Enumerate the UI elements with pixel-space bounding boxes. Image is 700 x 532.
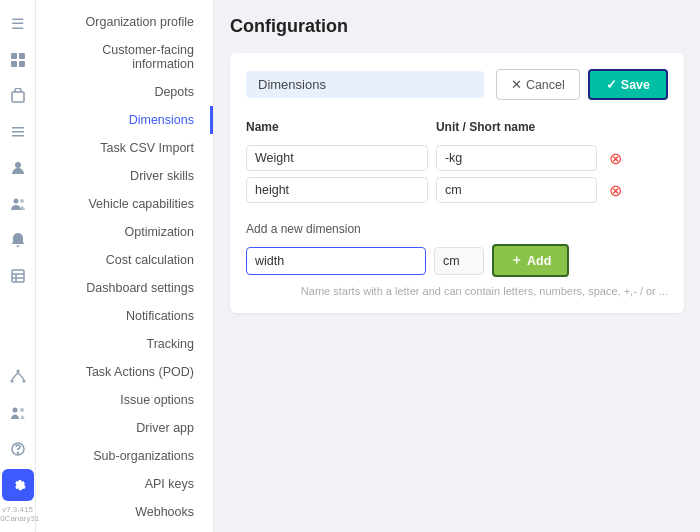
save-button[interactable]: ✓ Save — [588, 69, 668, 100]
remove-weight-button[interactable]: ⊗ — [605, 149, 626, 168]
svg-point-9 — [13, 199, 18, 204]
card-title-bar: Dimensions — [246, 71, 484, 98]
height-unit-input[interactable] — [436, 177, 597, 203]
nav-item-task-csv[interactable]: Task CSV Import — [36, 134, 213, 162]
svg-point-10 — [20, 199, 24, 203]
nav-item-dimensions[interactable]: Dimensions — [36, 106, 213, 134]
bottom-icons: v7.3.415 30Canary31 — [0, 361, 39, 524]
cancel-icon: ✕ — [511, 77, 522, 92]
table-row: ⊗ — [246, 142, 668, 174]
nav-item-api-keys[interactable]: API keys — [36, 470, 213, 498]
svg-point-15 — [16, 369, 19, 372]
persons-icon[interactable] — [2, 397, 34, 429]
nav-item-task-actions[interactable]: Task Actions (POD) — [36, 358, 213, 386]
card-header: Dimensions ✕ Cancel ✓ Save — [246, 69, 668, 100]
version-label: v7.3.415 30Canary31 — [0, 505, 39, 524]
icon-sidebar: ☰ v7.3.415 30Canary31 — [0, 0, 36, 532]
svg-rect-11 — [12, 270, 24, 282]
plus-icon: ＋ — [510, 252, 523, 269]
weight-unit-input[interactable] — [436, 145, 597, 171]
person-icon[interactable] — [2, 152, 34, 184]
svg-point-21 — [20, 408, 24, 412]
svg-point-8 — [15, 162, 21, 168]
svg-rect-6 — [12, 131, 24, 133]
cancel-button[interactable]: ✕ Cancel — [496, 69, 580, 100]
svg-rect-4 — [12, 92, 24, 102]
hamburger-icon[interactable]: ☰ — [2, 8, 34, 40]
nav-item-optimization[interactable]: Optimization — [36, 218, 213, 246]
main-content: Configuration Dimensions ✕ Cancel ✓ Save… — [214, 0, 700, 532]
table-row: ⊗ — [246, 174, 668, 206]
nav-item-driver-app[interactable]: Driver app — [36, 414, 213, 442]
nav-item-org-profile[interactable]: Organization profile — [36, 8, 213, 36]
svg-rect-1 — [19, 53, 25, 59]
page-title: Configuration — [230, 16, 684, 37]
nav-item-sub-orgs[interactable]: Sub-organizations — [36, 442, 213, 470]
people-icon[interactable] — [2, 188, 34, 220]
grid-icon[interactable] — [2, 44, 34, 76]
nav-item-vehicle-cap[interactable]: Vehicle capabilities — [36, 190, 213, 218]
help-icon[interactable] — [2, 433, 34, 465]
svg-point-16 — [10, 379, 13, 382]
nav-item-issue-options[interactable]: Issue options — [36, 386, 213, 414]
new-dimension-name-input[interactable] — [246, 247, 426, 275]
svg-point-17 — [22, 379, 25, 382]
svg-point-20 — [12, 407, 17, 412]
svg-rect-7 — [12, 135, 24, 137]
weight-name-input[interactable] — [246, 145, 428, 171]
header-actions: ✕ Cancel ✓ Save — [496, 69, 668, 100]
svg-line-18 — [12, 372, 18, 379]
nav-item-cost-calc[interactable]: Cost calculation — [36, 246, 213, 274]
nav-sidebar: Organization profile Customer-facing inf… — [36, 0, 214, 532]
svg-line-19 — [18, 372, 24, 379]
nodes-icon[interactable] — [2, 361, 34, 393]
add-dimension-button[interactable]: ＋ Add — [492, 244, 569, 277]
nav-item-driver-skills[interactable]: Driver skills — [36, 162, 213, 190]
hint-text: Name starts with a letter and can contai… — [246, 285, 668, 297]
alert-icon[interactable] — [2, 224, 34, 256]
col-unit-header: Unit / Short name — [436, 116, 605, 142]
svg-rect-2 — [11, 61, 17, 67]
nav-item-dashboard[interactable]: Dashboard settings — [36, 274, 213, 302]
nav-item-webhooks[interactable]: Webhooks — [36, 498, 213, 526]
remove-height-button[interactable]: ⊗ — [605, 181, 626, 200]
list-icon[interactable] — [2, 116, 34, 148]
nav-item-tracking[interactable]: Tracking — [36, 330, 213, 358]
dimensions-table: Name Unit / Short name ⊗ — [246, 116, 668, 206]
svg-rect-0 — [11, 53, 17, 59]
col-name-header: Name — [246, 116, 436, 142]
box-icon[interactable] — [2, 80, 34, 112]
svg-point-23 — [17, 452, 18, 453]
checkmark-icon: ✓ — [606, 77, 617, 92]
svg-rect-5 — [12, 127, 24, 129]
svg-rect-3 — [19, 61, 25, 67]
add-row: cm ＋ Add — [246, 244, 668, 277]
gear-icon-active[interactable] — [2, 469, 34, 501]
height-name-input[interactable] — [246, 177, 428, 203]
nav-item-customer-facing[interactable]: Customer-facing information — [36, 36, 213, 78]
table-icon[interactable] — [2, 260, 34, 292]
dimensions-card: Dimensions ✕ Cancel ✓ Save Name Unit / S… — [230, 53, 684, 313]
new-dimension-unit: cm — [434, 247, 484, 275]
add-section-label: Add a new dimension — [246, 222, 668, 236]
nav-item-depots[interactable]: Depots — [36, 78, 213, 106]
nav-item-notifications[interactable]: Notifications — [36, 302, 213, 330]
